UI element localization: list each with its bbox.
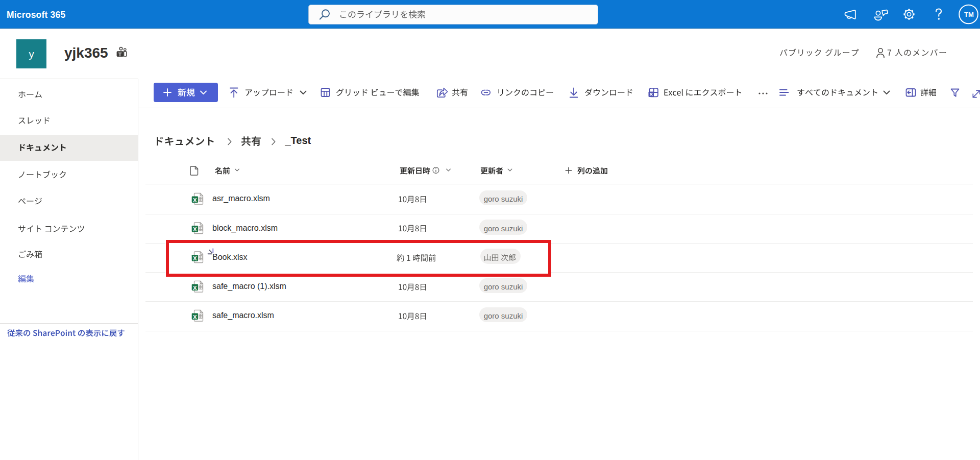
svg-text:X: X <box>193 226 197 232</box>
svg-text:X: X <box>193 285 197 291</box>
svg-text:X: X <box>193 197 197 203</box>
svg-text:X: X <box>193 314 197 320</box>
